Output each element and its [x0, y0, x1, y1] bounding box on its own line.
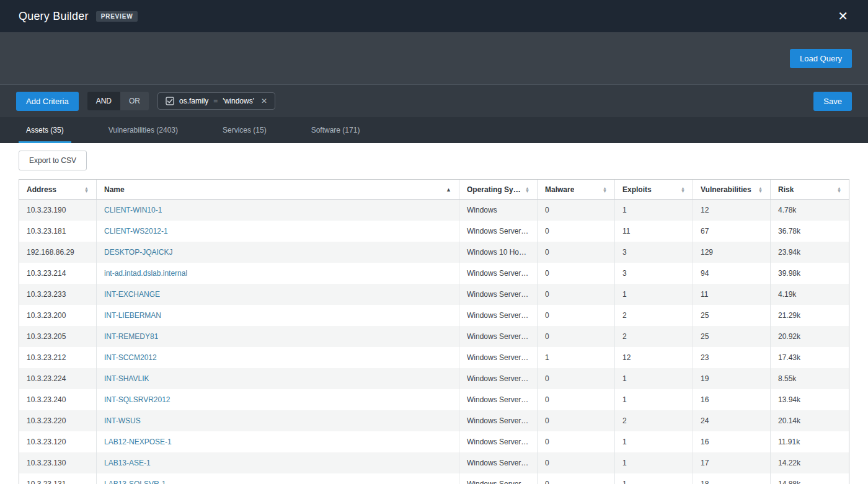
- export-csv-button[interactable]: Export to CSV: [19, 151, 87, 170]
- cell-name: int-ad.intad.dslab.internal: [97, 263, 459, 284]
- cell-exploits: 1: [615, 431, 693, 452]
- tab-software[interactable]: Software (171): [304, 117, 368, 143]
- column-label: Name: [104, 185, 125, 194]
- cell-risk: 4.78k: [771, 200, 849, 221]
- cell-risk: 14.22k: [771, 452, 849, 473]
- table-row: 10.3.23.190CLIENT-WIN10-1Windows01124.78…: [19, 200, 849, 221]
- column-header-vulnerabilities[interactable]: Vulnerabilities▲▼: [693, 180, 771, 199]
- asset-name-link[interactable]: LAB12-NEXPOSE-1: [104, 438, 172, 446]
- cell-name: DESKTOP-JQAICKJ: [97, 242, 459, 263]
- cell-name: INT-LIEBERMAN: [97, 305, 459, 326]
- cell-exploits: 3: [615, 242, 693, 263]
- chip-value: 'windows': [223, 97, 254, 105]
- column-header-risk[interactable]: Risk▲▼: [771, 180, 849, 199]
- tabs-bar: Assets (35) Vulnerabilities (2403) Servi…: [0, 117, 868, 143]
- tab-services[interactable]: Services (15): [215, 117, 274, 143]
- sort-toggle-icon[interactable]: ▲▼: [837, 187, 841, 193]
- asset-name-link[interactable]: INT-REMEDY81: [104, 332, 158, 341]
- cell-vulnerabilities: 24: [693, 410, 771, 431]
- cell-risk: 4.19k: [771, 284, 849, 305]
- table-body: 10.3.23.190CLIENT-WIN10-1Windows01124.78…: [19, 200, 849, 484]
- cell-address: 10.3.23.130: [19, 452, 97, 473]
- column-header-os[interactable]: Operating System▲▼: [459, 180, 538, 199]
- close-icon[interactable]: ✕: [834, 7, 852, 25]
- asset-name-link[interactable]: INT-LIEBERMAN: [104, 311, 161, 320]
- cell-malware: 0: [538, 410, 615, 431]
- cell-os: Windows Server 2…: [459, 473, 538, 484]
- cell-risk: 14.88k: [771, 473, 849, 484]
- asset-name-link[interactable]: LAB13-ASE-1: [104, 459, 151, 467]
- load-query-button[interactable]: Load Query: [790, 49, 852, 68]
- cell-address: 10.3.23.190: [19, 200, 97, 221]
- column-header-malware[interactable]: Malware▲▼: [538, 180, 615, 199]
- cell-os: Windows Server 2…: [459, 284, 538, 305]
- asset-name-link[interactable]: CLIENT-WS2012-1: [104, 227, 168, 235]
- column-header-name[interactable]: Name▲: [97, 180, 459, 199]
- cell-exploits: 2: [615, 305, 693, 326]
- cell-malware: 0: [538, 473, 615, 484]
- asset-name-link[interactable]: LAB13-SQLSVR-1: [104, 480, 166, 484]
- chip-field: os.family: [179, 97, 208, 105]
- cell-os: Windows Server 2…: [459, 305, 538, 326]
- asset-name-link[interactable]: INT-SCCM2012: [104, 353, 157, 362]
- cell-address: 10.3.23.233: [19, 284, 97, 305]
- criteria-chip[interactable]: os.family = 'windows' ✕: [157, 92, 275, 110]
- asset-name-link[interactable]: DESKTOP-JQAICKJ: [104, 248, 172, 257]
- cell-malware: 0: [538, 305, 615, 326]
- save-button[interactable]: Save: [813, 92, 852, 111]
- or-button[interactable]: OR: [120, 92, 149, 110]
- cell-exploits: 1: [615, 368, 693, 389]
- assets-table: Address▲▼Name▲Operating System▲▼Malware▲…: [19, 179, 849, 484]
- cell-exploits: 11: [615, 221, 693, 242]
- sort-toggle-icon[interactable]: ▲▼: [84, 187, 89, 193]
- and-button[interactable]: AND: [87, 92, 120, 110]
- tab-assets[interactable]: Assets (35): [19, 117, 71, 143]
- cell-exploits: 2: [615, 326, 693, 347]
- cell-name: LAB13-ASE-1: [97, 452, 459, 473]
- column-header-exploits[interactable]: Exploits▲▼: [615, 180, 693, 199]
- asset-name-link[interactable]: int-ad.intad.dslab.internal: [104, 269, 187, 278]
- asset-name-link[interactable]: INT-EXCHANGE: [104, 290, 160, 299]
- cell-os: Windows Server 2…: [459, 431, 538, 452]
- cell-os: Windows Server 2…: [459, 221, 538, 242]
- sort-toggle-icon[interactable]: ▲▼: [525, 187, 529, 193]
- sort-toggle-icon[interactable]: ▲▼: [681, 187, 685, 193]
- cell-exploits: 1: [615, 284, 693, 305]
- cell-vulnerabilities: 17: [693, 452, 771, 473]
- column-header-address[interactable]: Address▲▼: [19, 180, 97, 199]
- asset-name-link[interactable]: CLIENT-WIN10-1: [104, 206, 162, 214]
- remove-criteria-icon[interactable]: ✕: [261, 97, 267, 105]
- sort-toggle-icon[interactable]: ▲▼: [603, 187, 607, 193]
- cell-os: Windows Server 2…: [459, 410, 538, 431]
- tab-vulnerabilities[interactable]: Vulnerabilities (2403): [101, 117, 185, 143]
- cell-name: INT-SQLSRVR2012: [97, 389, 459, 410]
- cell-address: 10.3.23.220: [19, 410, 97, 431]
- criteria-bar: Add Criteria AND OR os.family = 'windows…: [0, 85, 868, 117]
- table-row: 10.3.23.130LAB13-ASE-1Windows Server 2…0…: [19, 452, 849, 473]
- cell-risk: 13.94k: [771, 389, 849, 410]
- cell-name: INT-EXCHANGE: [97, 284, 459, 305]
- asset-name-link[interactable]: INT-SQLSRVR2012: [104, 395, 170, 404]
- cell-risk: 8.55k: [771, 368, 849, 389]
- cell-vulnerabilities: 94: [693, 263, 771, 284]
- cell-os: Windows Server 2…: [459, 368, 538, 389]
- table-row: 10.3.23.233INT-EXCHANGEWindows Server 2……: [19, 284, 849, 305]
- add-criteria-button[interactable]: Add Criteria: [16, 92, 79, 111]
- cell-name: INT-REMEDY81: [97, 326, 459, 347]
- cell-os: Windows 10 Home…: [459, 242, 538, 263]
- sort-ascending-icon: ▲: [446, 187, 451, 193]
- table-row: 10.3.23.120LAB12-NEXPOSE-1Windows Server…: [19, 431, 849, 452]
- preview-badge: PREVIEW: [96, 11, 138, 22]
- chip-operator: =: [213, 97, 218, 105]
- asset-name-link[interactable]: INT-WSUS: [104, 416, 141, 425]
- sort-toggle-icon[interactable]: ▲▼: [758, 187, 763, 193]
- cell-vulnerabilities: 12: [693, 200, 771, 221]
- cell-malware: 0: [538, 242, 615, 263]
- cell-name: INT-WSUS: [97, 410, 459, 431]
- cell-risk: 11.91k: [771, 431, 849, 452]
- checkbox-icon[interactable]: [166, 97, 174, 105]
- cell-name: INT-SCCM2012: [97, 347, 459, 368]
- cell-address: 10.3.23.181: [19, 221, 97, 242]
- asset-name-link[interactable]: INT-SHAVLIK: [104, 374, 149, 383]
- cell-risk: 17.43k: [771, 347, 849, 368]
